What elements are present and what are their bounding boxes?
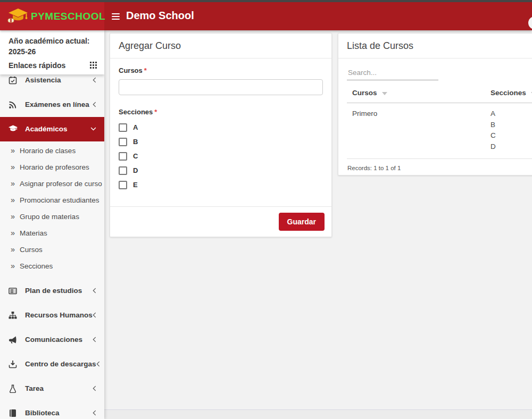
signal-rss-icon: [9, 100, 18, 109]
double-angle-icon: »: [11, 196, 15, 204]
sidebar-item-label: Recursos Humanos: [25, 311, 93, 319]
search-input[interactable]: [347, 65, 438, 80]
sidebar-item-label: Centro de descargas: [25, 360, 96, 368]
double-angle-icon: »: [11, 179, 15, 188]
course-table: Cursos Secciones Primero A B C D: [347, 89, 532, 159]
chevron-left-icon: [93, 410, 96, 416]
section-option-d[interactable]: D: [119, 163, 323, 178]
section-option-e[interactable]: E: [119, 178, 323, 192]
submenu-item-label: Horario de profesores: [20, 163, 89, 171]
graduation-cap-icon: [9, 124, 18, 133]
course-list-card: Lista de Cursos Cursos Secciones Primero: [338, 33, 532, 175]
section-option-a[interactable]: A: [119, 120, 323, 135]
submenu-item-promocionar-estudiantes[interactable]: » Promocionar estudiantes: [0, 192, 104, 208]
sort-down-icon: [382, 92, 387, 95]
download-icon: [9, 359, 18, 368]
add-course-card: Agregar Curso Cursos* Secciones* A B: [110, 33, 332, 237]
submenu-item-asignar-profesor[interactable]: » Asignar profesor de curso: [0, 175, 104, 192]
section-checkbox-group: A B C D E: [119, 120, 323, 192]
submenu-item-label: Asignar profesor de curso: [20, 180, 102, 188]
checkbox-icon[interactable]: [119, 181, 127, 189]
submenu-item-materias[interactable]: » Materias: [0, 225, 104, 241]
section-option-b[interactable]: B: [119, 135, 323, 149]
course-field-label: Cursos*: [119, 66, 323, 74]
submenu-item-label: Horario de clases: [20, 147, 76, 155]
section-option-label: B: [133, 138, 138, 146]
app-header: PYMESCHOOL Demo School: [0, 2, 532, 30]
required-asterisk: *: [154, 108, 157, 116]
quick-links-label: Enlaces rápidos: [9, 61, 65, 70]
submenu-item-secciones[interactable]: » Secciones: [0, 258, 104, 274]
sidebar-item-academicos[interactable]: Académicos: [0, 117, 104, 141]
save-button[interactable]: Guardar: [279, 213, 325, 231]
submenu-item-label: Secciones: [20, 262, 53, 270]
submenu-item-horario-de-clases[interactable]: » Horario de clases: [0, 143, 104, 159]
sidebar-item-label: Asistencia: [25, 76, 93, 84]
logo-text: PYMESCHOOL: [31, 11, 105, 22]
sidebar-item-plan-de-estudios[interactable]: Plan de estudios: [0, 279, 104, 303]
course-list-title: Lista de Cursos: [338, 33, 532, 58]
chevron-left-icon: [96, 361, 100, 367]
submenu-item-label: Grupo de materias: [20, 213, 79, 221]
section-option-c[interactable]: C: [119, 149, 323, 163]
section-option-label: E: [133, 181, 138, 189]
sidebar-item-tarea[interactable]: Tarea: [0, 376, 104, 401]
chevron-left-icon: [93, 386, 96, 391]
section-option-label: D: [133, 166, 138, 174]
section-option-label: A: [133, 123, 138, 131]
column-header-secciones[interactable]: Secciones: [491, 89, 532, 97]
book-icon: [9, 408, 18, 417]
checkbox-icon[interactable]: [119, 138, 127, 146]
checkbox-icon[interactable]: [119, 152, 127, 161]
sidebar-item-comunicaciones[interactable]: Comunicaciones: [0, 328, 104, 352]
sidebar-item-recursos-humanos[interactable]: Recursos Humanos: [0, 303, 104, 328]
double-angle-icon: »: [11, 146, 15, 155]
sidebar-item-biblioteca[interactable]: Biblioteca: [0, 401, 104, 419]
records-count: Records: 1 to 1 of 1: [347, 165, 532, 171]
academicos-submenu: » Horario de clases » Horario de profeso…: [0, 141, 104, 279]
required-asterisk: *: [144, 66, 147, 74]
submenu-item-label: Cursos: [20, 246, 43, 254]
logo-area[interactable]: PYMESCHOOL: [0, 2, 104, 30]
bullhorn-icon: [9, 335, 18, 344]
grid-icon[interactable]: [90, 62, 97, 69]
submenu-item-grupo-de-materias[interactable]: » Grupo de materias: [0, 208, 104, 225]
user-avatar[interactable]: [528, 16, 532, 29]
submenu-item-label: Materias: [20, 229, 47, 237]
column-header-cursos[interactable]: Cursos: [352, 89, 491, 97]
main-content: Agregar Curso Cursos* Secciones* A B: [104, 30, 532, 419]
chevron-left-icon: [93, 312, 96, 318]
sitemap-icon: [9, 311, 18, 320]
double-angle-icon: »: [11, 212, 15, 221]
cell-curso: Primero: [352, 108, 491, 152]
sidebar-item-label: Comunicaciones: [25, 336, 93, 343]
sidebar-item-label: Biblioteca: [25, 409, 93, 417]
submenu-item-label: Promocionar estudiantes: [20, 196, 99, 204]
sidebar-item-label: Plan de estudios: [25, 287, 93, 295]
course-name-input[interactable]: [119, 79, 323, 95]
double-angle-icon: »: [11, 163, 15, 171]
newspaper-icon: [9, 286, 18, 295]
chevron-left-icon: [93, 102, 96, 107]
cell-secciones: A B C D: [491, 108, 496, 152]
hamburger-menu-icon[interactable]: [112, 12, 120, 21]
checkbox-icon[interactable]: [119, 123, 127, 132]
sidebar-item-examenes[interactable]: Exámenes en línea: [0, 93, 104, 117]
checkbox-icon[interactable]: [119, 166, 127, 175]
submenu-item-horario-de-profesores[interactable]: » Horario de profesores: [0, 159, 104, 175]
sidebar-item-centro-de-descargas[interactable]: Centro de descargas: [0, 352, 104, 376]
double-angle-icon: »: [11, 229, 15, 237]
chevron-left-icon: [93, 337, 96, 342]
chevron-left-icon: [93, 288, 96, 294]
sidebar-menu: Asistencia Exámenes en línea Académicos: [0, 68, 104, 419]
sidebar-item-label: Académicos: [25, 125, 90, 133]
sidebar-item-label: Tarea: [25, 384, 93, 392]
academic-year-value: 2025-26: [9, 46, 97, 57]
quick-links-panel: Año académico actual: 2025-26 Enlaces rá…: [0, 30, 104, 74]
submenu-item-cursos[interactable]: » Cursos: [0, 241, 104, 258]
sidebar-item-label: Exámenes en línea: [25, 100, 93, 108]
sections-field-label: Secciones*: [119, 108, 323, 116]
footer-strip: [104, 409, 532, 419]
chevron-down-icon: [90, 127, 96, 131]
sidebar: Año académico actual: 2025-26 Enlaces rá…: [0, 30, 104, 419]
